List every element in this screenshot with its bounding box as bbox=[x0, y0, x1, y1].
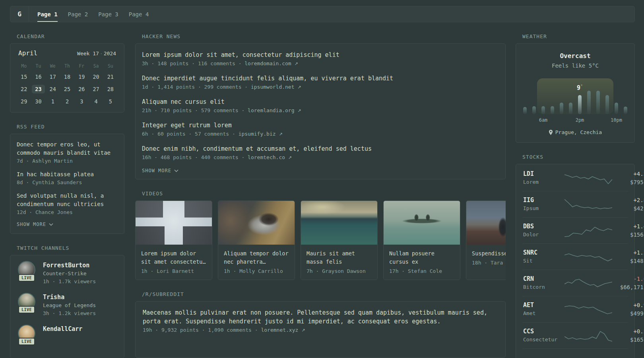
stock-symbol: AET bbox=[523, 301, 564, 309]
weather-hourly-chart: 9° bbox=[523, 79, 627, 114]
tab-page-3[interactable]: Page 3 bbox=[98, 6, 118, 22]
stock-symbol: CRN bbox=[523, 275, 564, 283]
external-link-icon: ↗ bbox=[288, 155, 292, 160]
calendar-day-number: 5 bbox=[106, 97, 115, 106]
calendar-day: 28 bbox=[103, 83, 118, 95]
hacker-news-item-title[interactable]: Donec enim nibh, condimentum et accumsan… bbox=[142, 144, 499, 153]
stock-name: Ipsum bbox=[523, 204, 564, 212]
stock-row: LDILorem+4.35%$795.18 bbox=[522, 165, 628, 191]
twitch-channel-row[interactable]: LIVEForrestBurtonCounter-Strike1h · 1.7k… bbox=[17, 261, 118, 286]
hacker-news-item: Donec enim nibh, condimentum et accumsan… bbox=[142, 144, 499, 160]
item-domain-link[interactable]: ipsumify.biz bbox=[239, 131, 276, 137]
video-caption: Mauris sit amet massa felis7h · Grayson … bbox=[301, 245, 377, 280]
left-column: CALENDAR April Week 17·2024 MoTuWeThFrSa… bbox=[10, 22, 124, 358]
app-logo[interactable]: G bbox=[10, 6, 29, 22]
chevron-down-icon bbox=[49, 223, 53, 226]
channel-category: Counter-Strike bbox=[43, 270, 96, 278]
stock-row: SNRCSit+1.36%$148.64 bbox=[522, 243, 628, 270]
weather-hour-labels: 6am2pm10pm bbox=[523, 117, 627, 124]
degree-symbol: ° bbox=[580, 84, 583, 88]
calendar-day: 24 bbox=[46, 83, 60, 95]
calendar-day: 23 bbox=[31, 83, 45, 95]
twitch-channel-row[interactable]: LIVETrishaLeague of Legends3h · 1.2k vie… bbox=[17, 293, 118, 317]
calendar-day-number: 29 bbox=[17, 97, 30, 106]
calendar-day: 29 bbox=[17, 95, 31, 107]
hacker-news-item-title[interactable]: Aliquam nec cursus elit bbox=[142, 97, 499, 106]
subreddit-post-title[interactable]: Maecenas mollis pulvinar erat non posuer… bbox=[143, 308, 498, 326]
item-meta-text: 16h · 468 points · 440 comments · bbox=[142, 154, 244, 160]
video-card[interactable]: Lorem ipsum dolor sit amet consectetu…1h… bbox=[135, 200, 212, 280]
calendar-weekday: We bbox=[46, 63, 60, 69]
sparkline-chart bbox=[564, 329, 612, 343]
weather-bar bbox=[523, 107, 527, 114]
stock-name: Lorem bbox=[523, 178, 564, 186]
calendar-day-number: 30 bbox=[32, 97, 45, 106]
rss-item-meta: 8d · Cynthia Saunders bbox=[17, 179, 118, 185]
hacker-news-show-more-button[interactable]: SHOW MORE bbox=[142, 168, 499, 173]
video-thumbnail bbox=[384, 201, 460, 245]
item-domain-link[interactable]: loremlandia.org bbox=[248, 107, 294, 113]
hacker-news-item-title[interactable]: Donec imperdiet augue tincidunt felis al… bbox=[142, 74, 499, 83]
rss-item-meta: 7d · Ashlyn Martin bbox=[17, 158, 118, 164]
tab-page-4[interactable]: Page 4 bbox=[129, 6, 149, 22]
weather-current-temp: 9° bbox=[577, 84, 583, 91]
temp-value: 9 bbox=[577, 84, 580, 91]
stock-sparkline bbox=[564, 276, 612, 290]
item-domain-link[interactable]: loremtech.co bbox=[248, 154, 285, 160]
weather-condition: Overcast bbox=[523, 52, 627, 60]
item-domain-link[interactable]: loremdomain.com bbox=[244, 60, 291, 66]
video-card[interactable]: Aliquam tempor dolor nec pharetra…1h · M… bbox=[218, 200, 295, 280]
channel-meta: 3h · 1.2k viewers bbox=[43, 309, 96, 317]
stock-row: AHS+0.46% bbox=[522, 348, 628, 358]
video-card[interactable]: Mauris sit amet massa felis7h · Grayson … bbox=[301, 200, 378, 280]
calendar-day-number: 27 bbox=[89, 85, 102, 93]
stock-values: +1.42%$156.28 bbox=[612, 222, 644, 239]
stock-identity: CCSConsectetur bbox=[523, 327, 564, 344]
stock-symbol: DBS bbox=[523, 222, 564, 231]
calendar-month: April bbox=[18, 49, 37, 57]
rss-show-more-button[interactable]: SHOW MORE bbox=[17, 222, 118, 227]
weather-bar bbox=[551, 106, 554, 114]
stock-change: -1.00% bbox=[612, 275, 644, 283]
calendar-day-number: 1 bbox=[48, 97, 58, 106]
hacker-news-item-title[interactable]: Integer eget rutrum lorem bbox=[142, 121, 499, 130]
stocks-widget: LDILorem+4.35%$795.18IIGIpsum+2.84%$42.0… bbox=[516, 164, 635, 358]
rss-item-title[interactable]: Sed volutpat nulla nisl, a condimentum n… bbox=[17, 192, 118, 208]
calendar-year: 2024 bbox=[104, 51, 116, 56]
sparkline-chart bbox=[564, 171, 612, 185]
video-caption: Suspendisse diam18h · Tara bbox=[466, 245, 506, 271]
hacker-news-item-title[interactable]: Lorem ipsum dolor sit amet, consectetur … bbox=[142, 51, 499, 59]
item-domain-link[interactable]: ipsumworld.net bbox=[251, 84, 295, 90]
sparkline-chart bbox=[564, 354, 612, 358]
calendar-day: 3 bbox=[74, 95, 89, 107]
tab-page-1[interactable]: Page 1 bbox=[37, 6, 58, 22]
video-card[interactable]: Suspendisse diam18h · Tara bbox=[466, 200, 506, 280]
tab-page-2[interactable]: Page 2 bbox=[68, 6, 88, 22]
stock-row: CRNBitcorn-1.00%$66,171.48 bbox=[522, 270, 628, 296]
calendar-weekday: Sa bbox=[89, 63, 103, 69]
stock-price: $148.64 bbox=[612, 257, 644, 265]
weather-feels-like: Feels like 5°C bbox=[523, 62, 627, 69]
stock-values: +0.92%$499.72 bbox=[612, 301, 644, 317]
calendar-weekday: Fr bbox=[74, 63, 89, 69]
calendar-day: 19 bbox=[74, 70, 89, 83]
calendar-weekday: Su bbox=[103, 63, 118, 69]
stock-symbol: LDI bbox=[523, 170, 564, 178]
post-domain-link[interactable]: loremnet.xyz bbox=[261, 327, 298, 333]
twitch-channel-row[interactable]: LIVEKendallCarr bbox=[17, 325, 118, 345]
rss-item-title[interactable]: In hac habitasse platea bbox=[17, 170, 118, 179]
weather-bar bbox=[615, 103, 618, 114]
rss-item-title[interactable]: Donec tempor eros leo, ut commodo mauris… bbox=[17, 140, 118, 157]
video-title: Nullam posuere cursus ex bbox=[389, 249, 454, 266]
video-card[interactable]: Nullam posuere cursus ex17h · Stefan Col… bbox=[383, 200, 460, 280]
calendar-day-number: 21 bbox=[104, 72, 117, 81]
weather-bar bbox=[596, 91, 600, 114]
stock-identity: IIGIpsum bbox=[523, 196, 564, 212]
calendar-day: 27 bbox=[89, 83, 103, 95]
calendar-day: 5 bbox=[103, 95, 118, 107]
avatar-column: LIVE bbox=[17, 293, 37, 317]
stock-sparkline bbox=[564, 329, 612, 343]
stock-row: IIGIpsum+2.84%$42.04 bbox=[522, 191, 628, 217]
section-title-rss-feed: RSS FEED bbox=[17, 124, 124, 130]
calendar-day-number: 25 bbox=[61, 85, 74, 93]
